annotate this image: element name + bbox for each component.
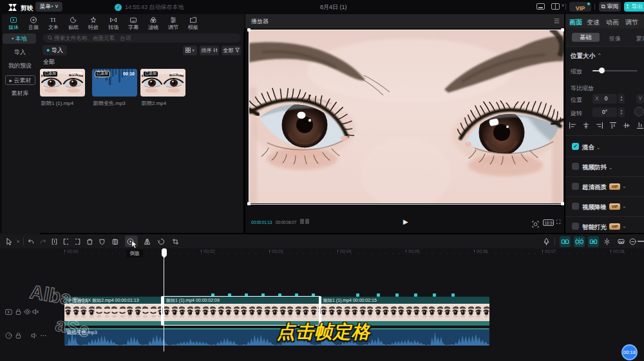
svg-text:剪映: 剪映 [21,5,33,12]
svg-text:TI: TI [50,17,56,23]
svg-text:00:10: 00:10 [123,71,135,76]
